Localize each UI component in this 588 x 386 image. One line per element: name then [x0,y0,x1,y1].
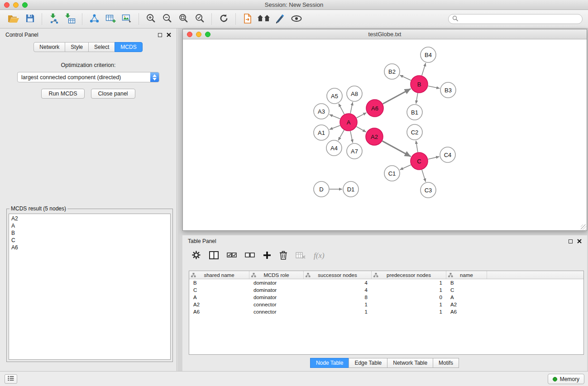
task-history-button[interactable] [5,374,17,384]
graph-node-c4[interactable]: C4 [440,147,455,162]
run-mcds-button[interactable]: Run MCDS [41,89,84,99]
table-row[interactable]: A6connector11A6 [189,308,583,315]
zoom-out-button[interactable] [159,12,175,26]
zoom-in-button[interactable] [143,12,159,26]
optimization-criterion-dropdown[interactable]: largest connected component (directed) [17,72,159,82]
close-panel-button[interactable]: Close panel [91,89,135,99]
network-window-titlebar[interactable]: testGlobe.txt [183,29,587,39]
network-canvas[interactable]: B4B2BB3A5A8A6B1A3AC2A1A2A4A7C4CC1C3DD1 [183,39,587,230]
split-column-icon[interactable] [209,251,219,261]
trash-icon[interactable] [279,251,287,261]
window-resize-grip[interactable] [581,224,586,230]
mcds-result-list[interactable]: A2ABCA6 [9,214,171,360]
graph-node-c1[interactable]: C1 [384,166,400,181]
maximize-window-button[interactable] [22,2,28,8]
gear-icon[interactable] [191,250,201,261]
float-panel-icon[interactable] [569,239,573,243]
show-details-button[interactable] [288,12,305,26]
tab-network-table[interactable]: Network Table [387,358,433,368]
table-row[interactable]: Cdominator41C [189,286,583,294]
graph-node-b1[interactable]: B1 [407,105,422,120]
graph-edge-a-a1[interactable] [330,125,340,129]
new-network-button[interactable] [86,12,102,26]
tab-motifs[interactable]: Motifs [433,358,459,368]
import-network-button[interactable] [46,12,62,26]
graph-node-d[interactable]: D [314,181,329,197]
result-item[interactable]: C [9,237,170,244]
graph-edge-a-a5[interactable] [339,104,344,114]
graph-node-a2[interactable]: A2 [366,128,383,145]
memory-button[interactable]: Memory [548,374,584,384]
column-header-mcds-role[interactable]: MCDS role [249,271,304,279]
apply-layout-button[interactable] [215,12,232,26]
result-item[interactable]: A2 [9,215,170,222]
tab-style[interactable]: Style [65,42,89,52]
close-window-button[interactable] [187,32,192,37]
result-item[interactable]: A6 [9,244,170,251]
graph-node-a[interactable]: A [340,114,357,131]
minimize-window-button[interactable] [13,2,19,8]
graph-edge-c-c4[interactable] [428,157,440,159]
graph-edge-c-c2[interactable] [416,141,418,152]
save-session-button[interactable] [22,12,38,26]
home-fit-button[interactable] [256,12,272,26]
delete-table-icon[interactable] [296,252,306,260]
graph-node-d1[interactable]: D1 [343,181,359,197]
graph-edge-c-c3[interactable] [422,170,425,182]
table-row[interactable]: A2connector11A2 [189,301,583,308]
graph-edge-b-b4[interactable] [422,63,426,76]
graph-edge-a6-b[interactable] [383,89,411,104]
select-all-icon[interactable] [227,252,237,260]
search-input[interactable] [460,16,578,22]
graph-node-b3[interactable]: B3 [440,82,456,98]
graph-node-c[interactable]: C [411,152,428,170]
graph-node-a7[interactable]: A7 [347,143,362,159]
graph-node-c2[interactable]: C2 [407,124,422,140]
function-builder-button[interactable]: f(x) [314,251,325,260]
graph-node-a6[interactable]: A6 [366,100,383,117]
close-panel-icon[interactable] [167,33,171,37]
import-table-button[interactable] [62,12,78,26]
minimize-window-button[interactable] [196,32,201,37]
tab-mcds[interactable]: MCDS [115,42,142,52]
open-session-button[interactable] [5,12,22,26]
graph-edge-c-c1[interactable] [400,165,411,170]
graph-node-a5[interactable]: A5 [327,88,342,104]
graph-node-a3[interactable]: A3 [314,104,329,119]
graph-node-b2[interactable]: B2 [384,64,400,79]
tab-node-table[interactable]: Node Table [310,358,349,368]
graph-edge-a-a4[interactable] [338,130,344,140]
graph-node-a1[interactable]: A1 [314,125,329,140]
graph-edge-b-b2[interactable] [400,75,411,81]
unselect-all-icon[interactable] [245,252,255,260]
graph-node-b[interactable]: B [411,76,428,93]
column-header-predecessor-nodes[interactable]: predecessor nodes [372,271,446,279]
column-header-name[interactable]: name [446,271,487,279]
graph-edge-a-a7[interactable] [350,131,353,143]
graph-node-a4[interactable]: A4 [326,140,342,156]
graph-edge-b-b3[interactable] [428,86,440,88]
graph-node-a8[interactable]: A8 [347,86,362,101]
graph-edge-a2-c[interactable] [382,141,411,157]
open-recent-button[interactable] [239,12,256,26]
maximize-window-button[interactable] [205,32,210,37]
float-panel-icon[interactable] [158,33,162,37]
tab-network[interactable]: Network [33,42,65,52]
add-row-icon[interactable] [263,251,271,261]
graph-node-c3[interactable]: C3 [421,182,436,198]
close-panel-icon[interactable] [577,239,582,243]
graph-edge-b-b1[interactable] [416,93,418,104]
table-row[interactable]: Adominator80A [189,294,583,301]
graph-edge-a-a6[interactable] [357,113,367,118]
result-item[interactable]: B [9,229,170,237]
table-row[interactable]: Bdominator41B [189,279,583,286]
close-window-button[interactable] [4,2,10,8]
zoom-selected-button[interactable] [191,12,208,26]
new-table-button[interactable] [102,12,119,26]
export-image-button[interactable] [119,12,135,26]
graph-edge-a-a2[interactable] [356,127,366,132]
column-header-shared-name[interactable]: shared name [189,271,249,279]
graph-node-b4[interactable]: B4 [421,47,436,62]
style-validation-button[interactable] [272,12,288,26]
tab-select[interactable]: Select [88,42,115,52]
